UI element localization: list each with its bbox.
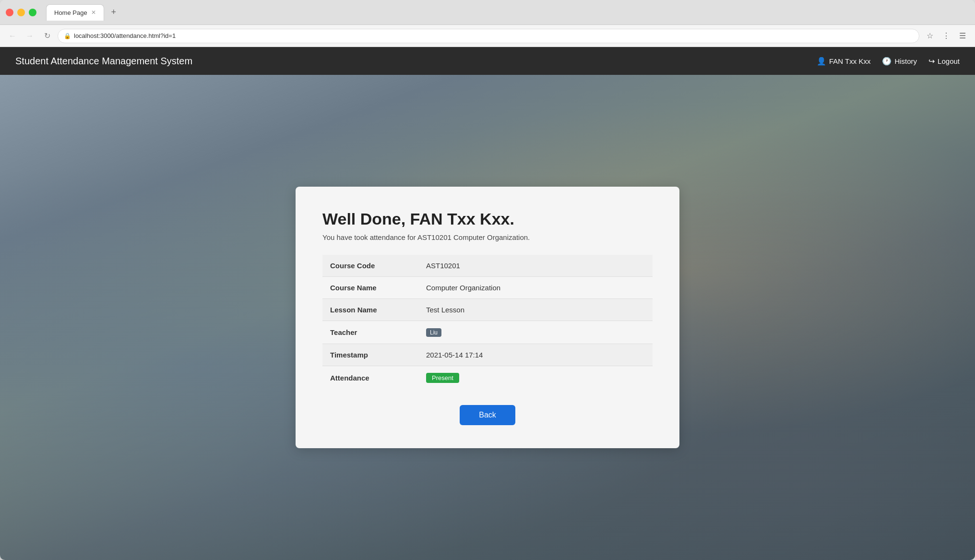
navbar-right: 👤 FAN Txx Kxx 🕐 History ↪ Logout: [817, 57, 960, 66]
browser-toolbar: ← → ↻ 🔒 localhost:3000/attendance.html?i…: [0, 25, 975, 47]
menu-button[interactable]: ☰: [956, 29, 969, 43]
close-button[interactable]: [6, 9, 13, 16]
table-cell-label: Timestamp: [322, 344, 418, 366]
navbar: Student Attendance Management System 👤 F…: [0, 47, 975, 75]
table-row: TeacherLiu: [322, 321, 653, 344]
tab-close-icon[interactable]: ✕: [91, 9, 96, 16]
app-content: Student Attendance Management System 👤 F…: [0, 47, 975, 560]
table-cell-label: Attendance: [322, 366, 418, 390]
table-row: Lesson NameTest Lesson: [322, 299, 653, 321]
attendance-card: Well Done, FAN Txx Kxx. You have took at…: [296, 187, 679, 448]
browser-tab[interactable]: Home Page ✕: [46, 4, 104, 21]
history-icon: 🕐: [882, 57, 892, 66]
address-bar[interactable]: 🔒 localhost:3000/attendance.html?id=1: [58, 29, 919, 43]
attendance-badge: Present: [426, 373, 459, 383]
url-text: localhost:3000/attendance.html?id=1: [74, 32, 176, 39]
user-icon: 👤: [817, 57, 826, 66]
table-row: Timestamp2021-05-14 17:14: [322, 344, 653, 366]
lock-icon: 🔒: [64, 33, 71, 39]
reload-button[interactable]: ↻: [40, 29, 54, 43]
table-cell-value: Liu: [418, 321, 653, 344]
new-tab-button[interactable]: +: [108, 7, 119, 18]
navbar-user[interactable]: 👤 FAN Txx Kxx: [817, 57, 870, 66]
table-cell-label: Course Code: [322, 255, 418, 277]
extensions-button[interactable]: ⋮: [939, 29, 953, 43]
table-cell-label: Course Name: [322, 277, 418, 299]
table-cell-label: Lesson Name: [322, 299, 418, 321]
navbar-brand: Student Attendance Management System: [15, 56, 192, 67]
traffic-lights: [6, 9, 36, 16]
card-title: Well Done, FAN Txx Kxx.: [322, 210, 653, 228]
forward-nav-button[interactable]: →: [23, 29, 36, 43]
navbar-logout-label: Logout: [938, 57, 960, 65]
table-row: Course NameComputer Organization: [322, 277, 653, 299]
navbar-logout[interactable]: ↪ Logout: [928, 57, 960, 66]
info-table: Course CodeAST10201Course NameComputer O…: [322, 255, 653, 390]
table-cell-label: Teacher: [322, 321, 418, 344]
back-nav-button[interactable]: ←: [6, 29, 19, 43]
card-subtitle: You have took attendance for AST10201 Co…: [322, 233, 653, 241]
logout-icon: ↪: [928, 57, 935, 66]
table-row: Course CodeAST10201: [322, 255, 653, 277]
navbar-history-label: History: [894, 57, 917, 65]
teacher-badge: Liu: [426, 328, 441, 337]
navbar-username: FAN Txx Kxx: [829, 57, 870, 65]
minimize-button[interactable]: [17, 9, 25, 16]
table-cell-value: Present: [418, 366, 653, 390]
bookmark-button[interactable]: ☆: [923, 29, 937, 43]
main-background: Well Done, FAN Txx Kxx. You have took at…: [0, 75, 975, 560]
toolbar-right: ☆ ⋮ ☰: [923, 29, 969, 43]
table-cell-value: Test Lesson: [418, 299, 653, 321]
browser-titlebar: Home Page ✕ +: [0, 0, 975, 25]
tab-bar: Home Page ✕ +: [46, 4, 969, 21]
navbar-history[interactable]: 🕐 History: [882, 57, 917, 66]
maximize-button[interactable]: [29, 9, 36, 16]
table-cell-value: 2021-05-14 17:14: [418, 344, 653, 366]
button-container: Back: [322, 405, 653, 425]
table-row: AttendancePresent: [322, 366, 653, 390]
table-cell-value: AST10201: [418, 255, 653, 277]
back-button[interactable]: Back: [460, 405, 515, 425]
table-cell-value: Computer Organization: [418, 277, 653, 299]
tab-title: Home Page: [54, 9, 87, 16]
